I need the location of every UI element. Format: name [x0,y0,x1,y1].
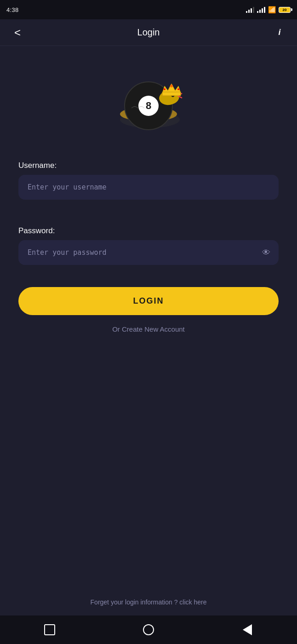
status-icons: 📶 20 [246,6,291,13]
status-bar: 4:38 📶 20 [0,0,297,19]
bottom-nav-bar [0,615,297,644]
username-input[interactable] [18,175,279,200]
toggle-password-icon[interactable]: 👁 [262,248,270,258]
info-button[interactable]: i [271,28,288,37]
svg-point-14 [177,88,179,90]
back-button[interactable]: < [9,26,26,39]
password-label: Password: [18,226,279,236]
username-label: Username: [18,161,279,170]
top-nav: < Login i [0,19,297,46]
triangle-icon [243,624,252,635]
status-time-network: 4:38 [6,6,19,13]
circle-icon [143,624,154,635]
app-logo: 8 [109,64,188,138]
square-icon [44,624,55,635]
svg-point-13 [164,88,166,90]
password-field-group: Password: 👁 [18,226,279,265]
svg-text:8: 8 [146,100,151,111]
forgot-password-link[interactable]: Forget your login information ? click he… [91,598,207,606]
main-content: 8 [0,46,297,615]
recent-button[interactable] [141,622,156,637]
svg-point-12 [170,85,173,87]
svg-rect-11 [162,92,181,96]
signal-icon-2 [257,6,265,13]
login-form: Username: Password: 👁 LOGIN Or Create Ne… [18,161,279,333]
username-field-group: Username: [18,161,279,213]
back-nav-button[interactable] [240,622,255,637]
password-wrapper: 👁 [18,240,279,265]
signal-icon-1 [246,6,254,13]
logo-area: 8 [109,64,188,138]
login-button[interactable]: LOGIN [18,287,279,315]
home-button[interactable] [42,622,57,637]
battery-icon: 20 [279,7,291,13]
create-account-link[interactable]: Or Create New Account [18,325,279,333]
password-input[interactable] [18,240,279,265]
wifi-icon: 📶 [268,6,276,13]
page-title: Login [137,27,160,38]
forgot-password-area: Forget your login information ? click he… [91,598,207,606]
